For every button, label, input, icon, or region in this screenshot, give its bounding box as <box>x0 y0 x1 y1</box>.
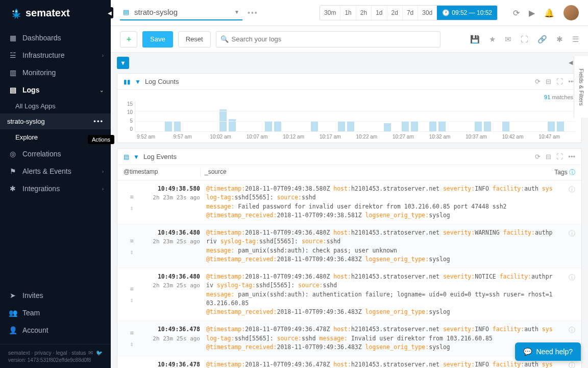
time-range-custom[interactable]: 🕐 09:52 — 10:52 <box>437 5 497 20</box>
puzzle-icon[interactable]: ✱ <box>556 35 563 44</box>
row-menu-icon[interactable]: ≡ <box>130 192 133 201</box>
panel-more-icon[interactable]: ••• <box>568 153 575 160</box>
chart-bar[interactable] <box>274 121 281 131</box>
star-icon[interactable]: ★ <box>489 35 496 44</box>
chart-bar[interactable] <box>174 121 181 131</box>
filter-icon[interactable]: ▼ <box>133 153 139 160</box>
sidebar-item-integrations[interactable]: ✱Integrations› <box>0 180 111 197</box>
sidebar-item-monitoring[interactable]: ▥Monitoring <box>0 64 111 81</box>
row-menu-icon[interactable]: ≡ <box>130 284 133 293</box>
tag-info-icon[interactable]: ⓘ <box>569 361 575 368</box>
footer-link-sematext[interactable]: sematext <box>8 350 30 356</box>
col-tags[interactable]: Tags ⓘ <box>545 168 575 177</box>
search-input[interactable] <box>216 31 440 48</box>
chart-bar[interactable] <box>502 121 509 131</box>
footer-link-status[interactable]: status <box>71 350 86 356</box>
event-timestamp: 10:49:36.4782h 23m 25s ago <box>140 360 200 368</box>
chevron-icon: › <box>102 169 104 174</box>
row-expand-icon[interactable]: ⇳ <box>130 295 133 305</box>
reset-button[interactable]: Reset <box>178 31 211 48</box>
time-range-1d[interactable]: 1d <box>372 5 387 20</box>
row-menu-icon[interactable]: ≡ <box>130 328 133 337</box>
sidebar-item-account[interactable]: 👤Account <box>0 321 111 339</box>
filter-icon[interactable]: ▼ <box>135 78 141 85</box>
disk-save-icon[interactable]: 💾 <box>470 35 480 44</box>
sidebar-item-alerts-events[interactable]: ⚑Alerts & Events› <box>0 163 111 180</box>
chart-bar[interactable] <box>165 121 172 131</box>
time-range-2d[interactable]: 2d <box>387 5 403 20</box>
chart-bar[interactable] <box>338 121 345 131</box>
filter-toggle[interactable]: ▼ <box>117 57 129 69</box>
help-widget[interactable]: 💬 Need help? <box>515 342 581 361</box>
chart-bar[interactable] <box>347 121 354 131</box>
event-timestamp: 10:49:36.4782h 23m 25s ago <box>140 325 200 352</box>
chart-bar[interactable] <box>484 121 491 131</box>
chart-bar[interactable] <box>311 121 318 131</box>
row-expand-icon[interactable]: ⇳ <box>130 247 133 257</box>
col-timestamp[interactable]: @timestamp <box>124 168 200 177</box>
panel-refresh-icon[interactable]: ⟳ <box>535 78 541 85</box>
info-icon: ⓘ <box>569 169 575 176</box>
save-button[interactable]: Save <box>142 31 173 48</box>
chart-bar[interactable] <box>438 121 446 131</box>
panel-expand-icon[interactable]: ⛶ <box>556 78 563 85</box>
tag-info-icon[interactable]: ⓘ <box>569 229 575 237</box>
tag-info-icon[interactable]: ⓘ <box>569 186 575 193</box>
more-icon[interactable]: ••• <box>93 118 104 125</box>
link-icon[interactable]: 🔗 <box>537 35 547 44</box>
panel-refresh-icon[interactable]: ⟳ <box>535 153 541 160</box>
tag-info-icon[interactable]: ⓘ <box>569 326 575 334</box>
footer-link-privacy[interactable]: privacy <box>34 350 51 356</box>
add-button[interactable]: ＋ <box>120 31 137 48</box>
sidebar-item-logs[interactable]: ▤Logs⌄ <box>0 81 111 99</box>
twitter-icon[interactable]: 🐦 <box>96 350 103 356</box>
sidebar-app-strato-syslog[interactable]: strato-syslog ••• <box>0 113 111 129</box>
sidebar-collapse[interactable]: ◀ <box>106 7 113 18</box>
user-avatar[interactable] <box>564 5 579 20</box>
chart-bar[interactable] <box>557 121 564 131</box>
bell-icon[interactable]: 🔔 <box>544 8 554 18</box>
sidebar-item-invites[interactable]: ➤Invites <box>0 287 111 304</box>
time-range-30d[interactable]: 30d <box>418 5 437 20</box>
nav-label: Account <box>22 326 48 334</box>
time-range-30m[interactable]: 30m <box>320 5 340 20</box>
chart-bar[interactable] <box>411 121 418 131</box>
fullscreen-icon[interactable]: ⛶ <box>521 35 528 44</box>
time-range-1h[interactable]: 1h <box>340 5 356 20</box>
chart-bar[interactable] <box>219 109 227 131</box>
mail-icon[interactable]: ✉ <box>88 350 93 356</box>
sidebar-item-dashboards[interactable]: ▦Dashboards <box>0 29 111 47</box>
envelope-icon[interactable]: ✉ <box>505 35 511 44</box>
chart-bar[interactable] <box>475 121 482 131</box>
refresh-icon[interactable]: ⟳ <box>513 8 520 18</box>
sidebar-item-team[interactable]: 👥Team <box>0 304 111 321</box>
row-expand-icon[interactable]: ⇳ <box>130 339 133 349</box>
app-selector[interactable]: ▤ strato-syslog ▼ <box>120 6 242 20</box>
row-expand-icon[interactable]: ⇳ <box>130 203 133 213</box>
sidebar-item-infrastructure[interactable]: ☱Infrastructure› <box>0 47 111 64</box>
fields-expand-arrow[interactable]: ◀ <box>569 59 573 66</box>
chart-bar[interactable] <box>384 123 391 131</box>
chart-bar[interactable] <box>265 121 272 131</box>
panel-collapse-icon[interactable]: ⊟ <box>546 153 551 160</box>
chart-bar[interactable] <box>548 121 555 131</box>
fields-filters-tab[interactable]: Fields & Filters <box>574 56 588 118</box>
brand-logo[interactable]: sematext <box>0 0 111 26</box>
chart-bar[interactable] <box>402 121 409 131</box>
panel-collapse-icon[interactable]: ⊟ <box>546 78 551 85</box>
row-menu-icon[interactable]: ≡ <box>130 236 133 245</box>
chart-bar[interactable] <box>429 121 436 131</box>
play-icon[interactable]: ▶ <box>529 8 535 18</box>
sidebar-item-all-logs-apps[interactable]: All Logs Apps <box>7 99 111 113</box>
panel-expand-icon[interactable]: ⛶ <box>556 153 563 160</box>
footer-link-legal[interactable]: legal <box>56 350 67 356</box>
app-more-icon[interactable]: ••• <box>248 9 258 17</box>
col-source[interactable]: _source <box>200 168 545 177</box>
sidebar-item-correlations[interactable]: ◎Correlations <box>0 145 111 163</box>
time-range-7d[interactable]: 7d <box>403 5 418 20</box>
hamburger-icon[interactable]: ☰ <box>572 35 579 44</box>
log-counts-panel: ▮▮ ▼ Log Counts ⟳ ⊟ ⛶ ••• 91 matches 151… <box>117 73 582 143</box>
event-source: @timestamp:2018-11-07T09:49:36.480Z host… <box>200 228 556 264</box>
time-range-2h[interactable]: 2h <box>356 5 372 20</box>
tag-info-icon[interactable]: ⓘ <box>569 273 575 281</box>
